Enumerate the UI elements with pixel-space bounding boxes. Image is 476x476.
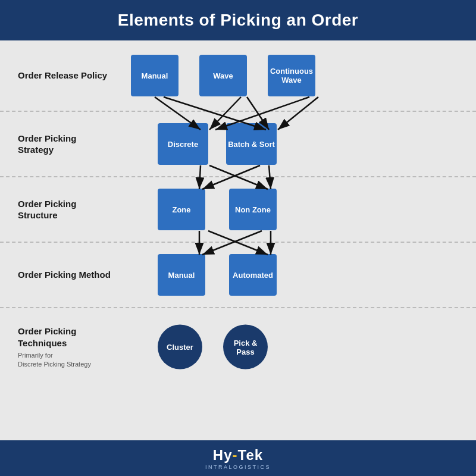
page-wrapper: Elements of Picking an Order Order Relea… (0, 0, 476, 476)
label-picking-structure: Order Picking Structure (18, 198, 113, 221)
row-techniques: Order Picking Techniques Primarily for D… (0, 308, 476, 386)
row3-content: Zone Non Zone (113, 177, 458, 242)
node-manual-method: Manual (158, 254, 205, 296)
footer: Hy-Tek INTRALOGISTICS (0, 440, 476, 476)
label-picking-strategy: Order Picking Strategy (18, 133, 113, 156)
row-picking-method: Order Picking Method Manual Automated (0, 243, 476, 308)
node-continuous-wave: Continuous Wave (268, 55, 315, 96)
logo-subtitle: INTRALOGISTICS (205, 464, 271, 470)
header: Elements of Picking an Order (0, 0, 476, 40)
row5-content: Cluster Pick & Pass (113, 308, 458, 386)
row2-content: Discrete Batch & Sort (113, 112, 458, 176)
node-manual: Manual (131, 55, 178, 96)
node-automated: Automated (229, 254, 277, 296)
node-batch-sort: Batch & Sort (226, 123, 277, 165)
page-title: Elements of Picking an Order (12, 11, 464, 30)
node-non-zone: Non Zone (229, 189, 277, 230)
label-techniques: Order Picking Techniques Primarily for D… (18, 325, 113, 368)
node-cluster: Cluster (158, 325, 202, 369)
logo-text: Hy-Tek (205, 447, 271, 464)
node-discrete: Discrete (158, 123, 208, 165)
row-picking-strategy: Order Picking Strategy Discrete Batch & … (0, 112, 476, 177)
label-release-policy: Order Release Policy (18, 70, 113, 82)
row-picking-structure: Order Picking Structure Zone Non Zone (0, 177, 476, 243)
label-picking-method: Order Picking Method (18, 269, 113, 281)
row4-content: Manual Automated (113, 243, 458, 307)
node-zone: Zone (158, 189, 205, 230)
node-pick-pass: Pick & Pass (223, 325, 268, 369)
row1-content: Manual Wave Continuous Wave (113, 40, 458, 111)
main-content: Order Release Policy Manual Wave Continu… (0, 40, 476, 440)
logo: Hy-Tek INTRALOGISTICS (205, 447, 271, 470)
node-wave: Wave (199, 55, 247, 96)
row-release-policy: Order Release Policy Manual Wave Continu… (0, 40, 476, 112)
